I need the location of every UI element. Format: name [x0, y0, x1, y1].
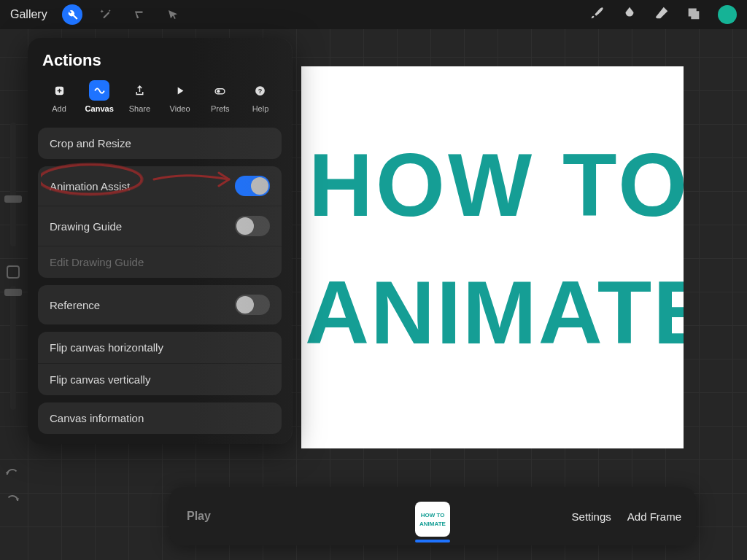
svg-text:HOW TO: HOW TO — [421, 512, 445, 518]
undo-icon[interactable] — [4, 467, 20, 483]
flip-vertical-label: Flip canvas vertically — [50, 373, 150, 386]
brush-size-slider[interactable] — [10, 122, 16, 246]
actions-tabs: Add Canvas Share Video Prefs ? Help — [38, 80, 282, 120]
smudge-icon[interactable] — [622, 5, 638, 24]
artwork-canvas[interactable]: HOW TO ANIMATE — [301, 66, 684, 448]
svg-text:ANIMATE: ANIMATE — [419, 521, 446, 527]
side-slider-group — [1, 122, 26, 410]
actions-tab-share[interactable]: Share — [120, 80, 159, 113]
drawing-guide-label: Drawing Guide — [50, 220, 122, 233]
tab-label: Add — [52, 104, 66, 113]
animation-assist-toggle[interactable] — [235, 176, 270, 196]
top-toolbar: Gallery — [0, 0, 747, 29]
gallery-button[interactable]: Gallery — [10, 8, 47, 21]
tab-label: Canvas — [85, 104, 114, 113]
edit-drawing-guide-row: Edit Drawing Guide — [38, 246, 282, 278]
redo-icon[interactable] — [4, 493, 20, 509]
actions-tab-add[interactable]: Add — [39, 80, 79, 113]
canvas-information-row[interactable]: Canvas information — [38, 402, 282, 434]
actions-tab-prefs[interactable]: Prefs — [201, 80, 240, 113]
flip-horizontal-row[interactable]: Flip canvas horizontally — [38, 332, 282, 363]
modify-button[interactable] — [7, 265, 20, 279]
timeline-play-button[interactable]: Play — [187, 510, 211, 523]
selection-icon[interactable] — [129, 4, 150, 25]
color-picker-dot[interactable] — [718, 5, 737, 24]
flip-horizontal-label: Flip canvas horizontally — [50, 341, 163, 354]
svg-text:?: ? — [258, 88, 263, 95]
timeline-settings-button[interactable]: Settings — [572, 510, 611, 523]
actions-panel: Actions Add Canvas Share Video Prefs ? H… — [28, 38, 292, 444]
actions-wrench-icon[interactable] — [62, 4, 82, 25]
svg-point-2 — [217, 90, 220, 93]
brush-opacity-knob[interactable] — [4, 289, 22, 296]
undo-redo-group — [4, 467, 20, 509]
tab-label: Help — [252, 104, 269, 113]
artwork-line1: HOW TO — [309, 136, 684, 235]
animation-assist-label: Animation Assist — [50, 180, 130, 192]
brush-opacity-slider[interactable] — [10, 286, 16, 410]
crop-resize-label: Crop and Resize — [50, 137, 131, 149]
crop-resize-row[interactable]: Crop and Resize — [38, 128, 282, 159]
reference-label: Reference — [50, 299, 100, 311]
timeline-addframe-button[interactable]: Add Frame — [627, 510, 681, 523]
layers-icon[interactable] — [686, 5, 702, 24]
tab-label: Prefs — [211, 104, 230, 113]
tab-label: Share — [129, 104, 150, 113]
timeline-frame-underline — [415, 540, 450, 542]
brush-icon[interactable] — [589, 5, 605, 24]
artwork-line2: ANIMATE — [305, 263, 684, 362]
actions-title: Actions — [42, 51, 282, 70]
adjustments-wand-icon[interactable] — [96, 4, 116, 25]
tab-label: Video — [170, 104, 190, 113]
canvas-information-label: Canvas information — [50, 412, 144, 424]
brush-size-knob[interactable] — [4, 195, 22, 203]
actions-tab-video[interactable]: Video — [160, 80, 200, 113]
actions-tab-canvas[interactable]: Canvas — [80, 80, 119, 113]
transform-cursor-icon[interactable] — [163, 4, 183, 25]
actions-tab-help[interactable]: ? Help — [241, 80, 280, 113]
left-tool-group — [62, 4, 183, 25]
flip-vertical-row[interactable]: Flip canvas vertically — [38, 363, 282, 395]
timeline-frame-thumb[interactable]: HOW TOANIMATE — [415, 502, 450, 537]
eraser-icon[interactable] — [654, 5, 670, 24]
reference-row[interactable]: Reference — [38, 285, 282, 324]
reference-toggle[interactable] — [235, 295, 270, 315]
drawing-guide-row[interactable]: Drawing Guide — [38, 206, 282, 246]
drawing-guide-toggle[interactable] — [235, 216, 270, 236]
edit-drawing-guide-label: Edit Drawing Guide — [50, 256, 144, 268]
right-tool-group — [589, 5, 737, 24]
animation-assist-row[interactable]: Animation Assist — [38, 166, 282, 206]
animation-timeline: Play HOW TOANIMATE Settings Add Frame — [169, 487, 696, 545]
